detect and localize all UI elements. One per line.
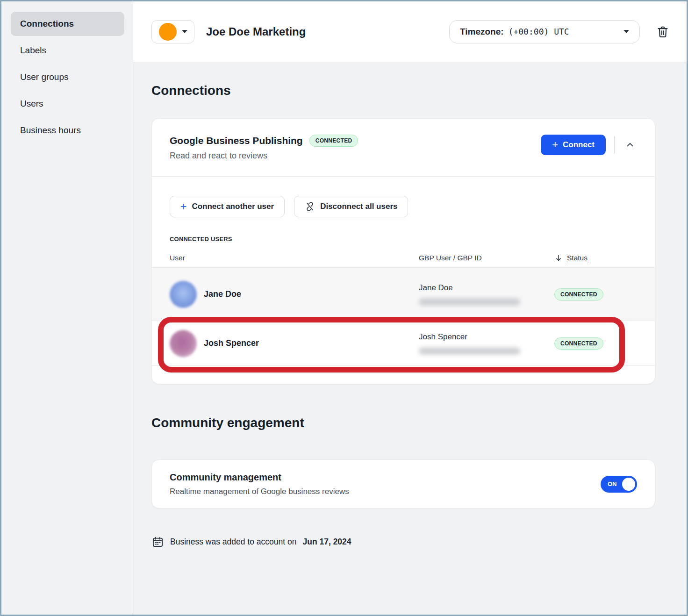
gbp-user-name: Jane Doe: [419, 283, 554, 293]
community-card-titles: Community management Realtime management…: [170, 472, 349, 496]
trash-icon: [656, 25, 670, 39]
sidebar-item-user-groups[interactable]: User groups: [11, 65, 124, 89]
user-name: Jane Doe: [204, 289, 241, 299]
sidebar-item-label: Users: [20, 99, 43, 109]
connect-another-user-button[interactable]: + Connect another user: [170, 196, 285, 217]
sidebar-item-label: User groups: [20, 72, 69, 82]
business-avatar-selector[interactable]: [151, 20, 194, 43]
disconnect-all-users-label: Disconnect all users: [320, 202, 397, 211]
table-row-jane-doe: Jane Doe Jane Doe CONNECTED: [152, 267, 655, 321]
plus-icon: +: [552, 140, 558, 150]
gbp-user-name: Josh Spencer: [419, 332, 554, 342]
connect-button[interactable]: + Connect: [541, 135, 606, 155]
community-section-title: Community engagement: [151, 415, 687, 430]
column-header-status: Status: [554, 254, 637, 262]
redacted-gbp-id: [419, 347, 520, 355]
connected-status-badge: CONNECTED: [309, 135, 358, 147]
calendar-icon: [151, 536, 164, 548]
chevron-down-icon: [624, 30, 629, 33]
collapse-card-button[interactable]: [623, 138, 637, 152]
redacted-gbp-id: [419, 298, 520, 306]
gbp-card-subtitle: Read and react to reviews: [170, 151, 358, 161]
business-added-date: Jun 17, 2024: [302, 537, 351, 547]
unlink-icon: [305, 201, 315, 212]
column-header-user: User: [170, 254, 419, 262]
community-management-toggle[interactable]: ON: [601, 476, 637, 493]
gbp-card-actions: + Connect: [541, 135, 637, 155]
sort-by-status-button[interactable]: Status: [554, 254, 588, 262]
user-cell: Jane Doe: [170, 281, 419, 308]
settings-sidebar: Connections Labels User groups Users Bus…: [1, 1, 133, 615]
chevron-down-icon: [182, 30, 187, 33]
status-sort-label: Status: [567, 254, 588, 262]
chevron-up-icon: [625, 140, 635, 150]
user-cell: Josh Spencer: [170, 330, 419, 357]
gbp-card-titles: Google Business Publishing CONNECTED Rea…: [170, 135, 358, 161]
business-title: Joe Doe Marketing: [206, 25, 306, 38]
community-management-card: Community management Realtime management…: [151, 459, 655, 509]
app-window: Connections Labels User groups Users Bus…: [0, 0, 688, 616]
sidebar-item-users[interactable]: Users: [11, 92, 124, 116]
user-name: Josh Spencer: [204, 338, 259, 348]
sidebar-item-label: Labels: [20, 45, 46, 56]
business-added-note: Business was added to account on Jun 17,…: [151, 536, 687, 548]
sidebar-item-label: Business hours: [20, 125, 81, 136]
user-actions-row: + Connect another user Disconnect all us…: [170, 196, 637, 217]
toggle-state-label: ON: [608, 480, 617, 487]
business-header: Joe Doe Marketing Timezone: (+00:00) UTC: [133, 1, 687, 62]
main-panel: Joe Doe Marketing Timezone: (+00:00) UTC…: [133, 1, 687, 615]
sidebar-item-business-hours[interactable]: Business hours: [11, 118, 124, 143]
disconnect-all-users-button[interactable]: Disconnect all users: [294, 196, 408, 217]
sidebar-item-label: Connections: [20, 19, 74, 29]
sidebar-item-labels[interactable]: Labels: [11, 38, 124, 63]
connected-users-label: CONNECTED USERS: [170, 236, 637, 243]
plus-icon: +: [180, 201, 186, 212]
arrow-down-icon: [554, 254, 563, 262]
toggle-knob: [622, 478, 635, 491]
status-cell: CONNECTED: [554, 288, 637, 301]
sidebar-item-connections[interactable]: Connections: [11, 12, 124, 36]
actions-divider: [614, 136, 615, 154]
gbp-card-header: Google Business Publishing CONNECTED Rea…: [152, 119, 655, 177]
google-business-publishing-card: Google Business Publishing CONNECTED Rea…: [151, 118, 655, 384]
timezone-label: Timezone:: [460, 27, 504, 37]
gbp-user-cell: Josh Spencer: [419, 332, 554, 355]
avatar: [170, 281, 197, 308]
connections-section-title: Connections: [151, 83, 687, 98]
timezone-select[interactable]: Timezone: (+00:00) UTC: [449, 20, 640, 43]
avatar: [170, 330, 197, 357]
connected-status-badge: CONNECTED: [554, 337, 603, 350]
users-table-header: User GBP User / GBP ID Status: [170, 254, 637, 267]
connect-another-user-label: Connect another user: [192, 202, 274, 211]
community-card-subtitle: Realtime management of Google business r…: [170, 487, 349, 496]
connected-status-badge: CONNECTED: [554, 288, 603, 301]
status-cell: CONNECTED: [554, 337, 637, 350]
business-avatar: [159, 23, 177, 41]
gbp-user-cell: Jane Doe: [419, 283, 554, 306]
business-added-text: Business was added to account on: [170, 537, 296, 547]
connect-button-label: Connect: [563, 140, 595, 150]
timezone-value: (+00:00) UTC: [509, 27, 569, 36]
gbp-card-title: Google Business Publishing: [170, 135, 303, 146]
card-bottom-padding: [152, 366, 655, 384]
delete-business-button[interactable]: [656, 25, 670, 39]
column-header-gbp: GBP User / GBP ID: [419, 254, 554, 262]
table-row-josh-spencer: Josh Spencer Josh Spencer CONNECTED: [152, 321, 655, 366]
settings-content: Connections Google Business Publishing C…: [133, 62, 687, 615]
community-card-title: Community management: [170, 472, 349, 483]
